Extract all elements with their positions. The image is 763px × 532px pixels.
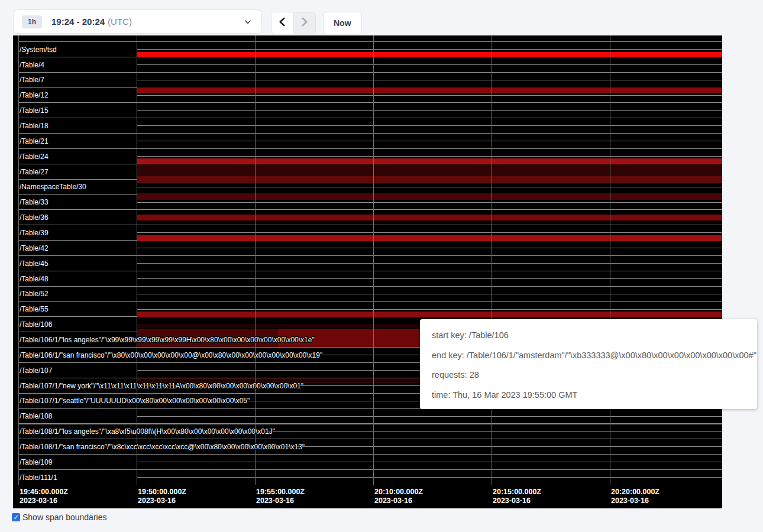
tick-date: 2023-03-16 <box>138 497 186 505</box>
row-label: /Table/109 <box>20 455 52 470</box>
heat-band <box>137 52 722 57</box>
row-label: /NamespaceTable/30 <box>20 179 86 194</box>
row-label: /Table/15 <box>20 103 49 118</box>
heat-band <box>137 158 722 164</box>
span-boundaries-label: Show span boundaries <box>22 512 106 522</box>
tooltip-line: end key: /Table/106/1/"amsterdam"/"\xb33… <box>432 346 745 366</box>
chevron-down-icon <box>244 18 252 26</box>
row-label: /Table/108/1/"los angeles"/"\xa8\xf5\u00… <box>20 424 275 439</box>
tick-date: 2023-03-16 <box>20 497 68 505</box>
row-label: /Table/18 <box>20 118 49 134</box>
row-label: /Table/107 <box>20 363 52 378</box>
span-boundaries-control: ✓ Show span boundaries <box>12 512 106 522</box>
x-axis-tick: 20:15:00.000Z2023-03-16 <box>493 488 541 505</box>
heat-band <box>137 176 722 183</box>
tick-date: 2023-03-16 <box>374 497 423 505</box>
row-label: /Table/48 <box>20 271 49 287</box>
time-range-dropdown[interactable]: 1h 19:24 - 20:24 (UTC) <box>13 9 262 34</box>
row-label: /Table/39 <box>20 225 49 241</box>
time-nav-group <box>271 12 316 34</box>
gridlines-chart-area <box>137 41 722 484</box>
row-label: /Table/107/1/"new york"/"\x11\x11\x11\x1… <box>20 378 303 394</box>
time-gridline <box>610 35 610 485</box>
time-gridline <box>255 35 256 485</box>
time-range-label: 19:24 - 20:24 <box>51 17 105 27</box>
row-label: /Table/52 <box>20 286 49 301</box>
tick-time: 19:55:00.000Z <box>256 488 305 497</box>
tick-time: 20:10:00.000Z <box>374 488 423 497</box>
row-label: /Table/24 <box>20 149 49 164</box>
heatmap-canvas[interactable]: /System/tsd/Table/4/Table/7/Table/12/Tab… <box>13 35 722 508</box>
tick-time: 20:20:00.000Z <box>611 488 659 497</box>
row-label: /Table/106 <box>20 317 52 332</box>
timezone-label: (UTC) <box>108 17 132 27</box>
x-axis-tick: 19:55:00.000Z2023-03-16 <box>256 488 305 505</box>
heat-band <box>137 164 722 176</box>
row-label: /Table/108/1/"san francisco"/"\x8c\xcc\x… <box>20 439 305 455</box>
row-label: /Table/108 <box>20 408 52 424</box>
duration-badge: 1h <box>22 15 42 28</box>
row-label: /Table/12 <box>20 87 49 103</box>
row-label: /Table/7 <box>20 72 44 87</box>
time-gridline <box>137 35 137 485</box>
chevron-left-icon <box>278 17 286 29</box>
x-axis-tick: 19:50:00.000Z2023-03-16 <box>138 488 186 505</box>
row-label: /Table/111/1 <box>20 470 57 485</box>
row-label: /System/tsd <box>20 42 57 57</box>
heat-band <box>137 235 722 241</box>
now-button[interactable]: Now <box>323 12 362 34</box>
row-label: /Table/4 <box>20 57 44 73</box>
row-label: /Table/36 <box>20 210 49 225</box>
span-boundaries-checkbox[interactable]: ✓ <box>12 513 20 521</box>
tick-date: 2023-03-16 <box>611 497 659 505</box>
row-label: /Table/106/1/"los angeles"/"\x99\x99\x99… <box>20 332 315 348</box>
key-visualizer-page: 1h 19:24 - 20:24 (UTC) Now /System/tsd/T… <box>0 0 763 532</box>
x-axis-tick: 19:45:00.000Z2023-03-16 <box>20 488 68 505</box>
x-axis-tick: 20:10:00.000Z2023-03-16 <box>374 488 423 505</box>
tooltip-line: requests: 28 <box>432 365 745 385</box>
tooltip-line: time: Thu, 16 Mar 2023 19:55:00 GMT <box>432 385 745 406</box>
row-label: /Table/42 <box>20 241 49 256</box>
heat-band <box>137 87 722 93</box>
tooltip-line: start key: /Table/106 <box>432 326 745 346</box>
time-gridline <box>492 35 492 485</box>
row-label: /Table/21 <box>20 134 49 149</box>
tick-time: 20:15:00.000Z <box>493 488 541 497</box>
row-label: /Table/106/1/"san francisco"/"\x80\x00\x… <box>20 348 322 363</box>
heat-band <box>137 215 722 220</box>
chevron-right-icon <box>300 17 309 29</box>
row-label: /Table/55 <box>20 301 49 317</box>
time-gridline <box>373 35 374 485</box>
row-label: /Table/107/1/"seattle"/"UUUUUUD\x00\x80\… <box>20 393 250 408</box>
prev-time-button[interactable] <box>271 12 293 34</box>
tick-date: 2023-03-16 <box>493 497 541 505</box>
heat-band <box>137 312 722 317</box>
row-label: /Table/45 <box>20 256 49 271</box>
time-gridline <box>18 35 19 485</box>
row-label: /Table/27 <box>20 164 49 180</box>
tick-time: 19:50:00.000Z <box>138 488 186 497</box>
next-time-button[interactable] <box>293 12 315 34</box>
tick-date: 2023-03-16 <box>256 497 305 505</box>
heat-band <box>137 193 722 200</box>
tick-time: 19:45:00.000Z <box>20 488 68 497</box>
x-axis-tick: 20:20:00.000Z2023-03-16 <box>611 488 659 505</box>
row-label: /Table/33 <box>20 194 49 210</box>
span-tooltip: start key: /Table/106end key: /Table/106… <box>420 319 757 409</box>
